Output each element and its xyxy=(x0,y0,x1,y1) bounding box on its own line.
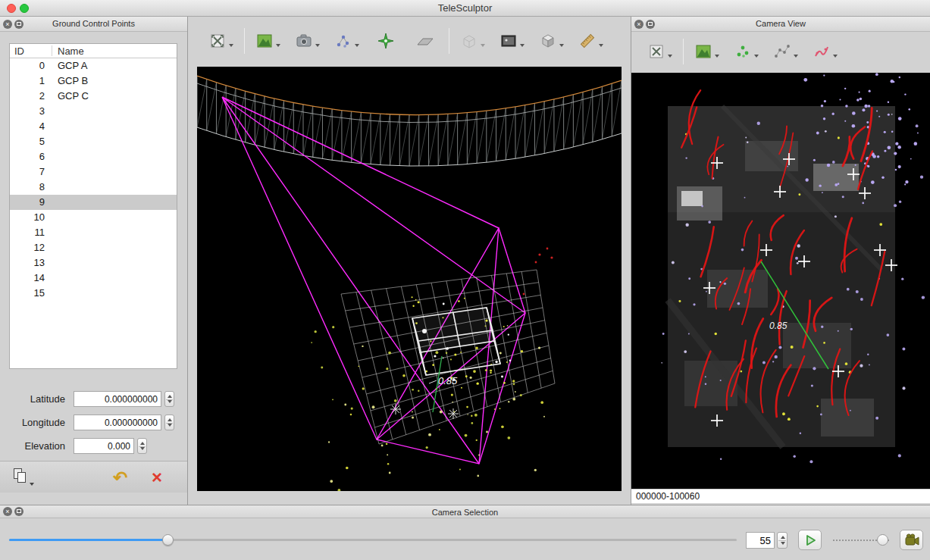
table-row[interactable]: 6 xyxy=(10,149,177,164)
close-panel-icon[interactable]: × xyxy=(3,507,12,516)
frame-number-input[interactable] xyxy=(746,532,775,549)
gcp-row-id: 10 xyxy=(10,210,52,225)
roi-button[interactable] xyxy=(455,27,490,55)
fit-view-button[interactable] xyxy=(203,27,238,55)
table-row[interactable]: 12 xyxy=(10,240,177,255)
table-row[interactable]: 3 xyxy=(10,104,177,119)
landmarks-button[interactable] xyxy=(329,27,364,55)
table-row[interactable]: 1GCP B xyxy=(10,74,177,89)
window-title: TeleSculptor xyxy=(0,0,930,16)
terrain-icon xyxy=(255,32,274,50)
volume-button[interactable] xyxy=(534,27,568,55)
camera-selection-content xyxy=(0,518,930,560)
dropdown-chevron xyxy=(833,55,838,58)
gcp-row-name xyxy=(52,240,58,255)
table-row[interactable]: 2GCP C xyxy=(10,89,177,104)
landmarks-icon xyxy=(734,42,752,61)
gcp-table[interactable]: ID Name 0GCP A1GCP B2GCP C34567891011121… xyxy=(9,43,177,369)
dropdown-chevron xyxy=(715,55,719,58)
gcp-row-id: 6 xyxy=(10,149,52,164)
column-header-id[interactable]: ID xyxy=(14,44,24,58)
camera-icon xyxy=(295,32,313,50)
dropdown-chevron xyxy=(276,44,280,47)
delete-icon: × xyxy=(152,467,162,487)
gcp-row-id: 2 xyxy=(10,89,52,104)
play-button[interactable] xyxy=(798,530,822,550)
table-row[interactable]: 0GCP A xyxy=(10,58,177,74)
gcp-panel-title: Ground Control Points xyxy=(0,17,187,31)
table-row[interactable]: 8 xyxy=(10,180,177,195)
table-row[interactable]: 5 xyxy=(10,134,177,149)
title-bar: TeleSculptor xyxy=(0,0,930,17)
copy-location-button[interactable] xyxy=(9,465,35,490)
feature-tracks-icon xyxy=(773,42,791,61)
close-panel-icon[interactable]: × xyxy=(634,20,643,29)
float-panel-icon[interactable] xyxy=(646,20,655,29)
latitude-field[interactable] xyxy=(74,391,161,407)
close-window-button[interactable] xyxy=(7,4,16,13)
frame-image-button[interactable] xyxy=(494,27,529,55)
column-header-name[interactable]: Name xyxy=(58,44,84,58)
landmarks-button[interactable] xyxy=(728,37,763,66)
world-3d-view[interactable]: 0.85 xyxy=(197,67,622,491)
gcp-row-name xyxy=(52,195,58,210)
ground-plane-button[interactable] xyxy=(408,27,443,55)
table-row[interactable]: 14 xyxy=(10,271,177,286)
ground-control-points-panel: × Ground Control Points ID Name 0GCP A1G… xyxy=(0,17,188,505)
gcp-row-name xyxy=(52,271,58,286)
frame-number-stepper[interactable] xyxy=(777,532,788,549)
table-row[interactable]: 9 xyxy=(10,195,177,210)
playback-speed-slider[interactable] xyxy=(831,533,892,547)
dropdown-chevron xyxy=(794,55,798,58)
delete-gcp-button[interactable]: × xyxy=(144,465,170,490)
longitude-field[interactable] xyxy=(74,415,161,430)
frame-slider[interactable] xyxy=(9,534,737,546)
registration-button[interactable] xyxy=(368,27,403,55)
fit-view-button[interactable] xyxy=(642,37,677,66)
fit-view-icon xyxy=(208,32,227,50)
camera-view-title: Camera View xyxy=(631,17,930,31)
gcp-row-id: 0 xyxy=(10,58,52,74)
volume-cube-icon xyxy=(539,32,557,50)
residuals-icon xyxy=(813,42,831,61)
float-panel-icon[interactable] xyxy=(14,507,23,516)
cameras-button[interactable] xyxy=(290,27,324,55)
play-icon xyxy=(802,532,819,549)
feature-tracks-button[interactable] xyxy=(768,37,803,66)
zoom-window-button[interactable] xyxy=(20,4,29,13)
slider-thumb[interactable] xyxy=(162,534,174,546)
frame-image-button[interactable] xyxy=(689,37,724,66)
dropdown-chevron xyxy=(520,44,524,47)
table-row[interactable]: 10 xyxy=(10,210,177,225)
export-frames-button[interactable] xyxy=(900,530,923,550)
camera-image-view[interactable]: 0.85 xyxy=(631,73,930,489)
table-row[interactable]: 4 xyxy=(10,119,177,134)
table-row[interactable]: 13 xyxy=(10,255,177,271)
camera-view-dock-header: × Camera View xyxy=(631,17,930,32)
dropdown-chevron xyxy=(481,44,485,47)
table-row[interactable]: 15 xyxy=(10,286,177,301)
float-panel-icon[interactable] xyxy=(14,20,23,29)
elevation-field[interactable] xyxy=(74,438,134,454)
residuals-button[interactable] xyxy=(807,37,842,66)
slider-thumb[interactable] xyxy=(877,534,888,546)
gcp-row-id: 3 xyxy=(10,104,52,119)
gcp-row-name xyxy=(52,210,58,225)
ruler-button[interactable] xyxy=(573,27,608,55)
revert-gcp-button[interactable]: ↶ xyxy=(108,465,133,490)
longitude-stepper[interactable] xyxy=(164,415,174,430)
error-points xyxy=(523,248,553,296)
latitude-label: Latitude xyxy=(3,391,65,407)
close-panel-icon[interactable]: × xyxy=(3,20,12,29)
gcp-actions-toolbar: ↶ × xyxy=(0,461,187,493)
elevation-label: Elevation xyxy=(3,438,65,454)
roi-box-icon xyxy=(460,32,478,50)
table-row[interactable]: 11 xyxy=(10,225,177,240)
terrain-button[interactable] xyxy=(250,27,285,55)
table-row[interactable]: 7 xyxy=(10,164,177,180)
gcp-row-id: 1 xyxy=(10,74,52,89)
elevation-stepper[interactable] xyxy=(137,438,147,454)
latitude-stepper[interactable] xyxy=(164,391,174,407)
gcp-row-name xyxy=(52,104,58,119)
gcp-row-name xyxy=(52,134,58,149)
